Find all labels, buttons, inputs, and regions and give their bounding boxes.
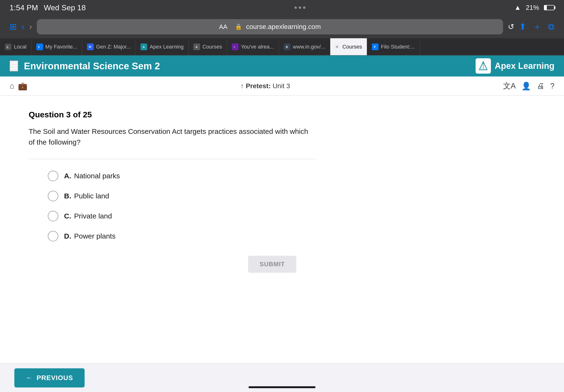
question-text: The Soil and Water Resources Conservatio… — [29, 126, 316, 147]
tab-courses1[interactable]: A Courses — [189, 38, 227, 56]
share-button[interactable]: ⬆ — [519, 22, 526, 32]
content-area: Question 3 of 25 The Soil and Water Reso… — [0, 96, 564, 363]
help-btn[interactable]: ? — [550, 82, 554, 90]
option-c[interactable]: C. Private land — [48, 211, 244, 221]
apex-logo-icon — [476, 58, 491, 74]
prev-arrow-icon: ← — [26, 374, 33, 382]
svg-text:≡: ≡ — [234, 46, 235, 48]
tab-favicon-courses1: A — [193, 43, 200, 50]
browser-chrome: ⊞ ‹ › AA 🔒 course.apexlearning.com ↺ ⬆ ＋… — [0, 15, 564, 38]
option-d-label: D. Power plants — [64, 232, 115, 240]
tab-favicon-filo: F — [372, 43, 379, 50]
options-list: A. National parks B. Public land C. Pr — [29, 171, 244, 241]
main-content: Question 3 of 25 The Soil and Water Reso… — [0, 96, 564, 287]
browser-actions: ⬆ ＋ ⧉ — [519, 21, 554, 33]
radio-a[interactable] — [48, 171, 58, 181]
toolbar-left: ⌂ 💼 — [10, 82, 28, 91]
battery-icon — [544, 5, 554, 10]
tab-close-courses[interactable]: ✕ — [335, 44, 339, 50]
radio-b[interactable] — [48, 191, 58, 201]
sidebar-toggle-btn[interactable]: ⊞ — [10, 22, 17, 32]
print-btn[interactable]: 🖨 — [537, 82, 544, 90]
status-right: ▲ 21% — [514, 4, 554, 12]
option-b-letter: B. — [64, 192, 71, 200]
tab-favicon-local: L — [5, 43, 12, 50]
svg-text:D: D — [286, 45, 288, 49]
apex-logo-text: Apex Learning — [495, 61, 554, 71]
tab-courses-active[interactable]: ✕ Courses — [330, 38, 367, 56]
accessibility-btn[interactable]: 👤 — [522, 82, 531, 91]
tabs-button[interactable]: ⧉ — [548, 22, 554, 32]
address-bar[interactable]: AA 🔒 course.apexlearning.com — [37, 19, 503, 34]
tab-label-ingov: www.in.gov/... — [293, 44, 325, 50]
forward-button[interactable]: › — [29, 22, 32, 32]
tab-favicon-genz: BI — [87, 43, 94, 50]
svg-text:A: A — [143, 45, 145, 49]
prev-label: PREVIOUS — [37, 374, 73, 382]
home-btn[interactable]: ⌂ — [10, 82, 14, 90]
app-title: Environmental Science Sem 2 — [24, 61, 160, 71]
option-c-letter: C. — [64, 212, 71, 220]
apex-logo: Apex Learning — [476, 58, 554, 74]
status-bar: 1:54 PM Wed Sep 18 ▲ 21% — [0, 0, 564, 15]
option-b[interactable]: B. Public land — [48, 191, 244, 201]
tab-label-local: Local — [14, 44, 27, 50]
app-header: ☰ Environmental Science Sem 2 Apex Learn… — [0, 56, 564, 76]
breadcrumb-label: Pretest: — [246, 82, 271, 90]
app-header-left: ☰ Environmental Science Sem 2 — [10, 60, 160, 71]
breadcrumb: ↑ Pretest: Unit 3 — [32, 82, 498, 90]
submit-button[interactable]: SUBMIT — [248, 256, 296, 273]
tab-label-courses1: Courses — [202, 44, 222, 50]
time: 1:54 PM — [10, 3, 38, 12]
radio-c[interactable] — [48, 211, 58, 221]
tab-genz[interactable]: BI Gen Z: Major... — [82, 38, 136, 56]
breadcrumb-value: Unit 3 — [273, 82, 290, 90]
svg-text:F: F — [374, 45, 376, 49]
tab-favicon-ingov: D — [284, 43, 290, 50]
tab-favicon-myfav: F — [36, 43, 43, 50]
lock-icon: 🔒 — [235, 23, 242, 30]
svg-text:A: A — [195, 45, 198, 49]
tab-ingov[interactable]: D www.in.gov/... — [279, 38, 330, 56]
tab-favicon-apex: A — [140, 43, 147, 50]
option-a[interactable]: A. National parks — [48, 171, 244, 181]
portfolio-btn[interactable]: 💼 — [18, 82, 28, 91]
tab-apex[interactable]: A Apex Learning — [136, 38, 189, 56]
svg-text:F: F — [38, 46, 40, 49]
tab-label-youve: You've alrea... — [241, 44, 274, 50]
new-tab-button[interactable]: ＋ — [533, 21, 542, 33]
option-d[interactable]: D. Power plants — [48, 231, 244, 241]
tab-label-courses-active: Courses — [343, 44, 362, 50]
option-a-letter: A. — [64, 172, 71, 180]
status-dots — [294, 6, 305, 9]
reload-button[interactable]: ↺ — [508, 22, 514, 31]
option-b-label: B. Public land — [64, 192, 109, 200]
tab-local[interactable]: L Local — [0, 38, 31, 56]
divider — [29, 159, 316, 159]
toolbar-right: 文A 👤 🖨 ? — [503, 81, 554, 91]
svg-text:L: L — [7, 45, 8, 49]
submit-area: SUBMIT — [29, 256, 316, 273]
tab-youve[interactable]: ≡ You've alrea... — [227, 38, 279, 56]
tab-myfav[interactable]: F My Favorite... — [31, 38, 82, 56]
previous-button[interactable]: ← PREVIOUS — [14, 368, 85, 388]
option-d-text: Power plants — [74, 232, 115, 240]
option-a-label: A. National parks — [64, 172, 120, 180]
tab-favicon-youve: ≡ — [232, 43, 238, 50]
tab-label-filo: Filo Student:... — [381, 44, 415, 50]
back-button[interactable]: ‹ — [22, 22, 24, 32]
option-c-text: Private land — [74, 212, 112, 220]
bottom-nav: ← PREVIOUS — [0, 363, 564, 392]
tab-label-myfav: My Favorite... — [45, 44, 77, 50]
aa-label: AA — [219, 23, 228, 31]
hamburger-menu-btn[interactable]: ☰ — [10, 60, 18, 71]
radio-d[interactable] — [48, 231, 58, 241]
translate-btn[interactable]: 文A — [503, 81, 516, 91]
tab-filo[interactable]: F Filo Student:... — [367, 38, 420, 56]
breadcrumb-up-icon: ↑ — [240, 82, 244, 90]
svg-text:BI: BI — [89, 46, 91, 48]
option-b-text: Public land — [74, 192, 109, 200]
option-d-letter: D. — [64, 232, 71, 240]
wifi-icon: ▲ — [514, 4, 521, 12]
tab-label-genz: Gen Z: Major... — [96, 44, 131, 50]
